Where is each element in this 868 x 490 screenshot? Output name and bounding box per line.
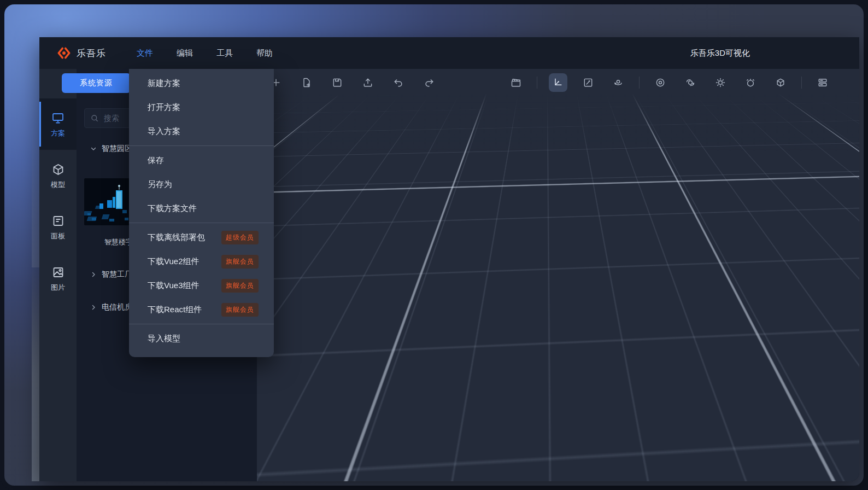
menu-save-as[interactable]: 另存为	[129, 172, 274, 196]
move-axes-button[interactable]	[549, 73, 567, 92]
sidebar-tab-label: 模型	[51, 180, 65, 190]
tree-node-label: 智慧园区	[102, 144, 132, 154]
canvas-toolbar	[257, 69, 859, 96]
menu-download-vue2[interactable]: 下载Vue2组件 旗舰会员	[129, 249, 274, 273]
menu-divider	[129, 223, 274, 223]
light-button[interactable]	[711, 73, 730, 92]
chevron-right-icon	[90, 271, 97, 278]
focus-target-button[interactable]	[651, 73, 670, 92]
sidebar-tab-model[interactable]: 模型	[39, 150, 77, 201]
upload-button[interactable]	[359, 73, 377, 92]
toolbar-left-group	[267, 73, 438, 92]
menu-item-edit[interactable]: 编辑	[177, 48, 193, 59]
image-icon	[51, 266, 65, 279]
file-menu-dropdown: 新建方案 打开方案 导入方案 保存 另存为 下载方案文件 下载离线部署包 超级会…	[129, 69, 274, 357]
membership-badge: 旗舰会员	[221, 255, 259, 269]
save-icon	[332, 77, 343, 88]
app-window: 乐吾乐 文件 编辑 工具 帮助 乐吾乐3D可视化 方案	[39, 37, 859, 481]
redo-icon	[424, 77, 435, 88]
clapperboard-icon	[511, 77, 521, 88]
menu-item-label: 保存	[148, 155, 164, 166]
menu-item-label: 导入模型	[148, 334, 180, 344]
menu-item-label: 下载React组件	[148, 305, 202, 315]
menu-divider	[129, 324, 274, 324]
city-preview-image	[84, 178, 131, 225]
menu-item-label: 下载离线部署包	[148, 232, 205, 243]
logo-icon	[57, 46, 71, 60]
redo-button[interactable]	[420, 73, 438, 92]
timer-icon	[745, 77, 756, 88]
animation-button[interactable]	[507, 73, 525, 92]
menu-item-label: 打开方案	[148, 102, 180, 113]
brand-name: 乐吾乐	[77, 47, 106, 60]
menu-save[interactable]: 保存	[129, 148, 274, 172]
menu-import-project[interactable]: 导入方案	[129, 119, 274, 143]
sidebar-tab-panel[interactable]: 面板	[39, 201, 77, 253]
orbit-camera-button[interactable]	[681, 73, 700, 92]
desktop-background: 乐吾乐 文件 编辑 工具 帮助 乐吾乐3D可视化 方案	[0, 0, 868, 490]
system-resources-button[interactable]: 系统资源	[62, 73, 131, 93]
sidebar-tab-label: 方案	[51, 129, 65, 138]
menu-item-label: 新建方案	[148, 78, 180, 89]
menu-item-file[interactable]: 文件	[137, 48, 153, 59]
menu-item-tools[interactable]: 工具	[216, 48, 233, 59]
3d-viewport[interactable]	[257, 69, 859, 481]
cube-3d-button[interactable]	[771, 73, 790, 92]
menu-download-vue3[interactable]: 下载Vue3组件 旗舰会员	[129, 273, 274, 298]
panels-toggle-button[interactable]	[813, 73, 832, 92]
sidebar-tab-label: 图片	[51, 283, 65, 293]
scene-thumbnail[interactable]	[84, 178, 131, 225]
menu-item-label: 另存为	[148, 179, 172, 190]
chevron-down-icon	[90, 145, 97, 152]
menu-items: 文件 编辑 工具 帮助	[137, 48, 273, 59]
panel-icon	[51, 214, 65, 228]
toolbar-divider	[801, 77, 802, 89]
membership-badge: 超级会员	[221, 231, 259, 244]
menu-download-offline-package[interactable]: 下载离线部署包 超级会员	[129, 225, 274, 249]
new-file-button[interactable]	[297, 73, 316, 92]
menu-download-react[interactable]: 下载React组件 旗舰会员	[129, 298, 274, 322]
tree-node-label: 智慧工厂	[102, 270, 132, 279]
menu-item-label: 导入方案	[148, 126, 180, 137]
membership-badge: 旗舰会员	[221, 279, 259, 293]
menu-item-label: 下载Vue3组件	[148, 281, 199, 291]
sidebar-rail: 方案 模型 面板 图片	[39, 69, 77, 481]
toolbar-right-group	[507, 69, 832, 96]
sidebar-tab-plan[interactable]: 方案	[39, 98, 77, 150]
menu-download-project-file[interactable]: 下载方案文件	[129, 196, 274, 220]
layers-panel-icon	[817, 77, 828, 88]
undo-icon	[393, 77, 404, 88]
membership-badge: 旗舰会员	[221, 303, 259, 317]
chevron-right-icon	[90, 304, 97, 311]
tree-node-label: 电信机房	[102, 302, 132, 312]
menu-new-project[interactable]: 新建方案	[129, 71, 274, 95]
rotate-3d-button[interactable]	[609, 73, 627, 92]
cube-icon	[51, 163, 65, 176]
toolbar-divider	[537, 77, 537, 89]
menu-item-label: 下载方案文件	[148, 203, 197, 214]
brand[interactable]: 乐吾乐	[57, 46, 106, 60]
orbit-camera-icon	[685, 77, 696, 88]
undo-button[interactable]	[389, 73, 408, 92]
menubar: 乐吾乐 文件 编辑 工具 帮助 乐吾乐3D可视化	[39, 37, 859, 69]
timer-button[interactable]	[741, 73, 760, 92]
sun-icon	[715, 77, 726, 88]
cube-3d-icon	[775, 77, 786, 88]
menu-divider	[129, 145, 274, 146]
sidebar-tab-image[interactable]: 图片	[39, 253, 77, 304]
monitor-icon	[51, 112, 65, 125]
upload-icon	[362, 77, 373, 88]
menu-item-help[interactable]: 帮助	[256, 48, 273, 59]
new-file-icon	[301, 77, 312, 88]
menu-open-project[interactable]: 打开方案	[129, 95, 274, 119]
search-icon	[90, 114, 99, 122]
edit-button[interactable]	[579, 73, 597, 92]
menu-import-model[interactable]: 导入模型	[129, 326, 274, 351]
rotate-3d-icon	[613, 77, 624, 88]
sidebar-tab-label: 面板	[51, 231, 65, 241]
app-title: 乐吾乐3D可视化	[690, 37, 750, 69]
edit-square-icon	[583, 77, 594, 88]
save-button[interactable]	[328, 73, 347, 92]
menu-item-label: 下载Vue2组件	[148, 256, 199, 267]
target-icon	[655, 77, 666, 88]
